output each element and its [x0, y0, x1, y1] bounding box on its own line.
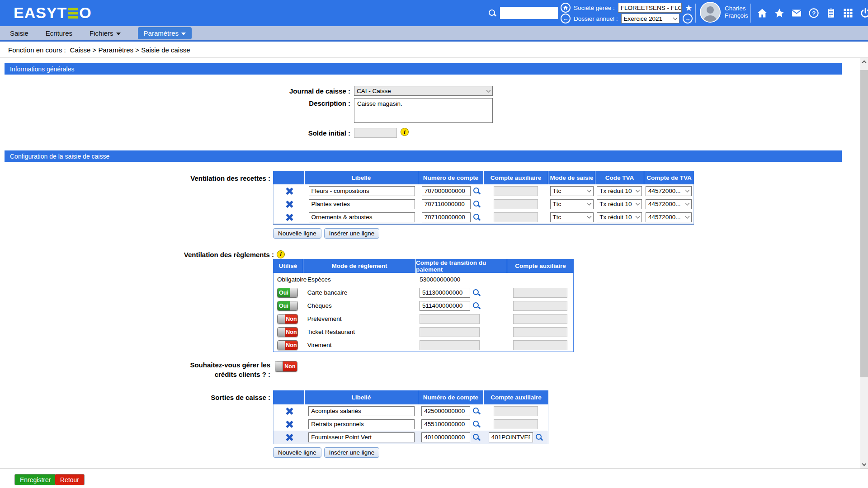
- lookup-icon[interactable]: [473, 213, 481, 221]
- menu-item-parametres[interactable]: Paramètres: [138, 27, 192, 39]
- delete-row-icon[interactable]: [286, 434, 293, 441]
- previous-year-icon[interactable]: ←: [561, 14, 571, 23]
- numero-compte-input[interactable]: [422, 212, 471, 222]
- compte-transition-input[interactable]: [420, 288, 470, 298]
- insert-line-button[interactable]: Insérer une ligne: [324, 447, 380, 458]
- help-icon[interactable]: ?: [808, 7, 819, 19]
- section-title: Informations générales: [10, 66, 74, 73]
- mode-saisie-select[interactable]: Ttc: [550, 186, 594, 196]
- numero-compte-input[interactable]: [422, 199, 471, 209]
- info-icon[interactable]: i: [277, 250, 285, 258]
- compte-tva-select[interactable]: 44572000...: [646, 186, 692, 196]
- new-line-button[interactable]: Nouvelle ligne: [273, 447, 321, 458]
- lookup-icon[interactable]: [472, 289, 480, 296]
- dossier-select[interactable]: Exercice 2021: [621, 14, 679, 23]
- recettes-actions: Nouvelle ligne Insérer une ligne: [273, 228, 379, 239]
- favorites-icon[interactable]: [774, 7, 785, 19]
- footer-bar: Enregistrer Retour: [0, 469, 868, 488]
- delete-row-icon[interactable]: [286, 421, 293, 428]
- app-root: EASYT O Société gérée : FLOREETSENS - FL…: [0, 0, 868, 488]
- home-icon[interactable]: [756, 7, 768, 19]
- societe-select-value: FLOREETSENS - FLOR: [621, 5, 682, 11]
- libelle-input[interactable]: [309, 186, 415, 196]
- lookup-icon[interactable]: [472, 407, 480, 415]
- user-block[interactable]: Charles François: [700, 2, 748, 23]
- notes-icon[interactable]: [825, 7, 836, 19]
- code-tva-select[interactable]: Tx réduit 10: [597, 199, 642, 209]
- scroll-up-arrow[interactable]: [860, 58, 868, 66]
- mail-icon[interactable]: [791, 7, 802, 19]
- lookup-icon[interactable]: [472, 420, 480, 428]
- apps-grid-icon[interactable]: [842, 7, 854, 19]
- top-header: EASYT O Société gérée : FLOREETSENS - FL…: [0, 0, 868, 26]
- menu-item-fichiers-label: Fichiers: [90, 29, 113, 37]
- scroll-down-arrow[interactable]: [860, 461, 868, 469]
- mode-saisie-select[interactable]: Ttc: [550, 212, 594, 222]
- insert-line-button[interactable]: Insérer une ligne: [324, 228, 380, 239]
- lookup-icon[interactable]: [472, 433, 480, 441]
- back-button[interactable]: Retour: [55, 474, 85, 485]
- utilise-toggle[interactable]: Non: [277, 340, 298, 350]
- utilise-toggle[interactable]: Non: [277, 314, 298, 324]
- logo-text-left: EASYT: [14, 4, 67, 22]
- libelle-input[interactable]: [308, 432, 415, 442]
- numero-compte-input[interactable]: [421, 432, 470, 442]
- compte-transition: 530000000000: [420, 276, 460, 283]
- lookup-icon[interactable]: [473, 200, 481, 208]
- menu-item-fichiers[interactable]: Fichiers: [90, 29, 121, 37]
- compte-transition-input[interactable]: [420, 301, 470, 311]
- table-row: Obligatoire Espèces 530000000000: [274, 273, 573, 286]
- lookup-icon[interactable]: [473, 187, 481, 195]
- logout-power-icon[interactable]: [859, 7, 868, 19]
- select-value: 44572000...: [648, 214, 680, 221]
- next-year-icon[interactable]: →: [683, 14, 693, 23]
- info-icon[interactable]: i: [401, 128, 409, 136]
- scrollbar-thumb[interactable]: [860, 70, 868, 377]
- societe-select[interactable]: FLOREETSENS - FLOR: [618, 3, 682, 13]
- menu-item-ecritures[interactable]: Ecritures: [46, 29, 72, 37]
- libelle-input[interactable]: [308, 406, 415, 416]
- delete-row-icon[interactable]: [286, 201, 293, 208]
- menu-item-saisie[interactable]: Saisie: [10, 29, 28, 37]
- solde-input: [354, 128, 397, 138]
- journal-row: Journal de caisse : CAI - Caisse: [0, 86, 493, 96]
- compte-tva-select[interactable]: 44572000...: [646, 212, 692, 222]
- libelle-input[interactable]: [309, 199, 415, 209]
- utilise-toggle[interactable]: Oui: [277, 301, 298, 311]
- delete-row-icon[interactable]: [286, 214, 293, 221]
- utilise-toggle[interactable]: Non: [277, 327, 298, 337]
- utilise-toggle[interactable]: Oui: [277, 288, 298, 298]
- code-tva-select[interactable]: Tx réduit 10: [597, 212, 642, 222]
- save-button[interactable]: Enregistrer: [14, 474, 56, 485]
- solde-row: Solde initial : i: [0, 128, 409, 138]
- lookup-icon[interactable]: [472, 302, 480, 310]
- new-line-button[interactable]: Nouvelle ligne: [273, 228, 321, 239]
- compte-tva-select[interactable]: 44572000...: [646, 199, 692, 209]
- mode-saisie-select[interactable]: Ttc: [550, 199, 594, 209]
- search-input[interactable]: [500, 7, 558, 19]
- credits-clients-toggle[interactable]: Non: [275, 361, 297, 372]
- societe-row: Société gérée : FLOREETSENS - FLOR ★: [561, 2, 693, 13]
- lookup-icon[interactable]: [535, 433, 543, 441]
- credits-label-line1: Souhaitez-vous gérer les: [190, 361, 270, 369]
- numero-compte-input[interactable]: [421, 419, 470, 429]
- vertical-scrollbar[interactable]: [860, 58, 868, 469]
- journal-select[interactable]: CAI - Caisse: [354, 86, 493, 96]
- code-tva-select[interactable]: Tx réduit 10: [597, 186, 642, 196]
- app-logo[interactable]: EASYT O: [14, 4, 92, 22]
- delete-row-icon[interactable]: [286, 188, 293, 195]
- delete-row-icon[interactable]: [286, 408, 293, 415]
- compte-auxiliaire-input[interactable]: [489, 432, 533, 442]
- description-textarea[interactable]: Caisse magasin.: [354, 98, 493, 123]
- numero-compte-input[interactable]: [421, 406, 470, 416]
- home-circle-icon[interactable]: [561, 3, 571, 13]
- favorite-star-icon[interactable]: ★: [685, 4, 693, 12]
- numero-compte-input[interactable]: [422, 186, 471, 196]
- libelle-input[interactable]: [309, 212, 415, 222]
- libelle-input[interactable]: [308, 419, 415, 429]
- chevron-down-icon: [685, 188, 690, 192]
- chevron-down-icon: [486, 88, 491, 92]
- utilise-state: Obligatoire: [277, 276, 307, 283]
- column-header-aux: Compte auxiliaire: [484, 390, 548, 404]
- mode-reglement: Chèques: [307, 302, 332, 309]
